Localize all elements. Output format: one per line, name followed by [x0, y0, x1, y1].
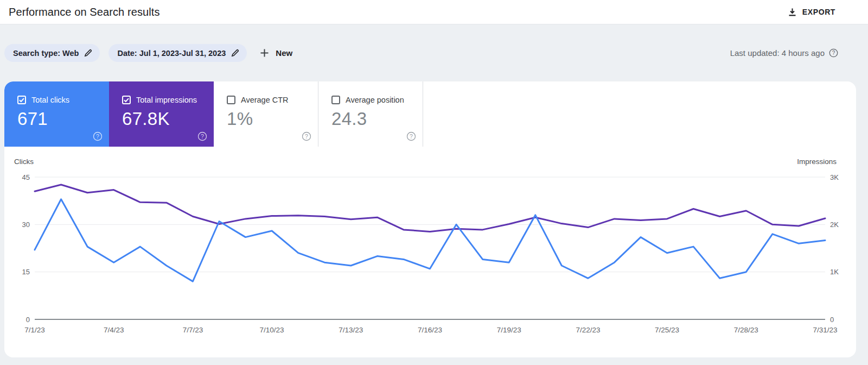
average-ctr-value: 1%	[227, 109, 309, 129]
x-tick-label: 7/16/23	[418, 326, 442, 334]
performance-panel: Total clicks 671 ? Total impressions 67.…	[4, 81, 856, 357]
filter-bar: Search type: Web Date: Jul 1, 2023-Jul 3…	[0, 24, 868, 81]
help-icon[interactable]: ?	[197, 131, 207, 141]
left-axis-title: Clicks	[14, 158, 34, 166]
help-icon[interactable]: ?	[93, 131, 103, 141]
new-filter-button[interactable]: New	[256, 48, 297, 58]
help-icon[interactable]: ?	[829, 48, 838, 58]
x-tick-label: 7/31/23	[813, 326, 837, 334]
help-icon[interactable]: ?	[406, 131, 416, 141]
y-tick-label-right: 1K	[830, 268, 839, 276]
svg-text:?: ?	[832, 50, 835, 56]
average-ctr-label: Average CTR	[241, 96, 289, 104]
total-impressions-value: 67.8K	[122, 109, 205, 129]
edit-pencil-icon	[231, 49, 239, 57]
last-updated-text: Last updated: 4 hours ago	[730, 48, 825, 58]
metric-cards-row: Total clicks 671 ? Total impressions 67.…	[4, 81, 856, 147]
date-range-chip-label: Date: Jul 1, 2023-Jul 31, 2023	[117, 49, 226, 58]
x-tick-label: 7/4/23	[104, 326, 124, 334]
export-button[interactable]: EXPORT	[788, 8, 835, 17]
average-position-label: Average position	[346, 96, 404, 104]
y-tick-label-right: 2K	[830, 221, 839, 229]
total-clicks-label: Total clicks	[31, 96, 69, 104]
clicks-line	[35, 199, 825, 281]
total-impressions-label: Total impressions	[136, 96, 197, 104]
checkbox-checked-icon[interactable]	[17, 96, 26, 104]
checkbox-checked-icon[interactable]	[122, 96, 131, 104]
new-filter-label: New	[276, 48, 292, 58]
performance-chart-svg: 453K302K151K00ClicksImpressions7/1/237/4…	[4, 155, 856, 357]
x-tick-label: 7/28/23	[734, 326, 758, 334]
checkbox-unchecked-icon[interactable]	[227, 96, 235, 104]
y-tick-label-left: 45	[22, 173, 30, 181]
page-title: Performance on Search results	[9, 6, 160, 18]
y-tick-label-right: 3K	[830, 173, 839, 181]
y-tick-label-right: 0	[830, 316, 834, 324]
y-tick-label-left: 0	[26, 316, 30, 324]
edit-pencil-icon	[84, 49, 92, 57]
search-type-chip[interactable]: Search type: Web	[4, 44, 100, 62]
x-tick-label: 7/25/23	[655, 326, 679, 334]
svg-text:?: ?	[96, 133, 99, 140]
x-tick-label: 7/10/23	[260, 326, 284, 334]
average-ctr-card[interactable]: Average CTR 1% ?	[214, 81, 318, 147]
x-tick-label: 7/1/23	[24, 326, 45, 334]
date-range-chip[interactable]: Date: Jul 1, 2023-Jul 31, 2023	[108, 44, 247, 62]
total-clicks-value: 671	[17, 109, 100, 129]
svg-text:?: ?	[201, 133, 204, 140]
y-tick-label-left: 30	[22, 221, 30, 229]
total-clicks-card[interactable]: Total clicks 671 ?	[4, 81, 109, 147]
performance-chart: 453K302K151K00ClicksImpressions7/1/237/4…	[4, 155, 856, 357]
right-axis-title: Impressions	[797, 158, 837, 166]
last-updated-status: Last updated: 4 hours ago ?	[730, 48, 838, 58]
checkbox-unchecked-icon[interactable]	[331, 96, 340, 104]
average-position-card[interactable]: Average position 24.3 ?	[318, 81, 423, 147]
svg-text:?: ?	[305, 133, 308, 140]
download-icon	[788, 8, 797, 17]
svg-text:?: ?	[410, 133, 413, 140]
top-header: Performance on Search results EXPORT	[0, 0, 868, 24]
search-type-chip-label: Search type: Web	[13, 49, 79, 58]
export-label: EXPORT	[802, 8, 835, 16]
x-tick-label: 7/19/23	[497, 326, 521, 334]
plus-icon	[260, 48, 269, 58]
total-impressions-card[interactable]: Total impressions 67.8K ?	[109, 81, 214, 147]
x-tick-label: 7/7/23	[183, 326, 203, 334]
x-tick-label: 7/13/23	[339, 326, 363, 334]
x-tick-label: 7/22/23	[576, 326, 600, 334]
average-position-value: 24.3	[331, 109, 414, 129]
help-icon[interactable]: ?	[302, 131, 311, 141]
y-tick-label-left: 15	[22, 268, 30, 276]
